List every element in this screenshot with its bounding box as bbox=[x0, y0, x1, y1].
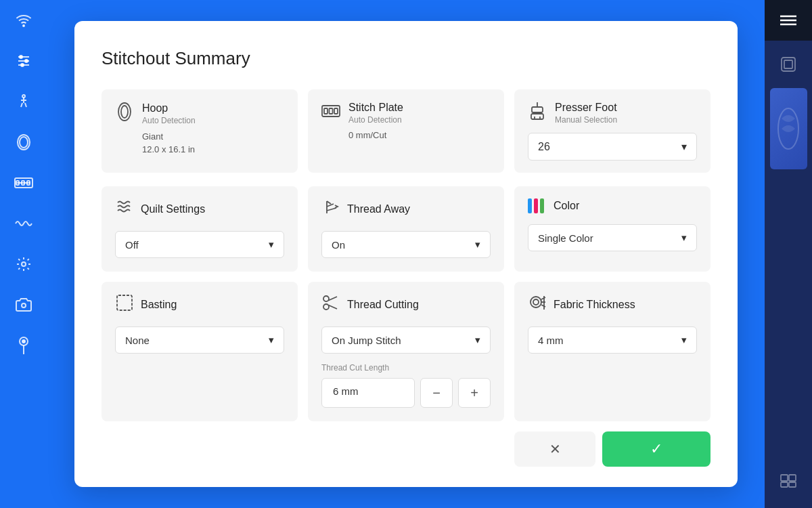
fabric-thickness-header: Fabric Thickness bbox=[528, 294, 697, 316]
svg-line-42 bbox=[541, 297, 545, 299]
svg-point-15 bbox=[22, 262, 26, 266]
top-info-row: Hoop Auto Detection Giant 12.0 x 16.1 in bbox=[102, 89, 710, 173]
color-bar-green bbox=[540, 198, 544, 213]
stitch-plate-card: Stitch Plate Auto Detection 0 mm/Cut bbox=[308, 89, 504, 173]
svg-point-4 bbox=[20, 56, 22, 58]
adjust-icon[interactable] bbox=[10, 47, 37, 75]
basting-header: Basting bbox=[115, 294, 284, 316]
settings-icon[interactable] bbox=[10, 251, 37, 278]
thread-away-dropdown[interactable]: On ▾ bbox=[321, 231, 491, 258]
wave-icon[interactable] bbox=[10, 210, 37, 237]
pin-icon[interactable] bbox=[10, 332, 37, 359]
svg-point-40 bbox=[531, 297, 541, 308]
quilt-settings-title: Quilt Settings bbox=[141, 203, 205, 215]
fabric-thickness-icon bbox=[528, 294, 547, 316]
svg-rect-35 bbox=[117, 295, 132, 310]
quilt-settings-card: Quilt Settings Off ▾ bbox=[102, 186, 298, 272]
svg-rect-54 bbox=[781, 482, 788, 487]
quilt-settings-dropdown[interactable]: Off ▾ bbox=[115, 231, 284, 258]
fabric-thickness-arrow: ▾ bbox=[681, 334, 687, 346]
left-sidebar bbox=[0, 0, 47, 508]
svg-point-37 bbox=[323, 304, 329, 310]
modal: Stitchout Summary Hoop Auto Detection bbox=[74, 21, 738, 487]
thread-cut-decrease-button[interactable]: − bbox=[420, 378, 453, 408]
right-icon-1[interactable] bbox=[775, 51, 802, 78]
thread-cutting-value: On Jump Stitch bbox=[332, 335, 401, 346]
presser-foot-arrow: ▾ bbox=[681, 140, 687, 153]
svg-point-21 bbox=[121, 106, 128, 118]
right-sidebar bbox=[765, 0, 812, 508]
basting-value: None bbox=[125, 335, 150, 346]
embroidery-preview bbox=[770, 88, 807, 169]
stitch-plate-value: 0 mm/Cut bbox=[321, 130, 491, 140]
hoop-icon bbox=[115, 102, 134, 126]
color-icon bbox=[528, 198, 547, 213]
thread-cutting-dropdown[interactable]: On Jump Stitch ▾ bbox=[321, 326, 491, 354]
color-bar-pink bbox=[534, 198, 538, 213]
thread-away-header: Thread Away bbox=[321, 198, 491, 220]
svg-line-33 bbox=[327, 204, 334, 207]
hoop-header: Hoop Auto Detection bbox=[115, 102, 284, 126]
thread-away-title: Thread Away bbox=[347, 203, 410, 215]
thread-away-arrow: ▾ bbox=[475, 238, 480, 251]
stitch-icon[interactable] bbox=[10, 169, 37, 196]
svg-point-36 bbox=[323, 296, 329, 301]
color-arrow: ▾ bbox=[681, 232, 687, 244]
cancel-button[interactable]: ✕ bbox=[514, 431, 595, 467]
svg-rect-49 bbox=[782, 58, 795, 71]
thread-cutting-card: Thread Cutting On Jump Stitch ▾ Thread C… bbox=[308, 282, 504, 421]
svg-point-16 bbox=[22, 303, 26, 308]
page-title: Stitchout Summary bbox=[102, 48, 710, 69]
hoop-size-label: Giant bbox=[115, 131, 284, 142]
svg-rect-53 bbox=[789, 475, 796, 481]
svg-line-39 bbox=[329, 305, 338, 310]
presser-foot-header: Presser Foot Manual Selection bbox=[528, 102, 697, 125]
color-value: Single Color bbox=[538, 232, 593, 244]
thread-away-card: Thread Away On ▾ bbox=[308, 186, 504, 272]
wifi-icon[interactable] bbox=[10, 7, 37, 34]
camera-icon[interactable] bbox=[10, 291, 37, 318]
svg-point-0 bbox=[23, 25, 24, 26]
thread-away-value: On bbox=[332, 239, 345, 251]
confirm-button[interactable]: ✓ bbox=[602, 431, 710, 467]
thread-away-icon bbox=[321, 198, 340, 220]
svg-rect-23 bbox=[324, 108, 328, 114]
color-dropdown[interactable]: Single Color ▾ bbox=[528, 224, 697, 251]
color-title: Color bbox=[554, 200, 579, 212]
quilt-settings-value: Off bbox=[125, 239, 139, 251]
stitch-plate-detection: Auto Detection bbox=[348, 115, 403, 125]
settings-row-2: Basting None ▾ bbox=[102, 282, 710, 421]
basting-dropdown[interactable]: None ▾ bbox=[115, 326, 284, 354]
svg-point-41 bbox=[533, 299, 539, 305]
svg-rect-27 bbox=[532, 107, 543, 112]
hamburger-menu[interactable] bbox=[765, 0, 812, 41]
right-icon-2[interactable] bbox=[775, 467, 802, 494]
quilt-settings-header: Quilt Settings bbox=[115, 198, 284, 220]
presser-foot-card: Presser Foot Manual Selection 26 ▾ bbox=[514, 89, 710, 173]
svg-point-5 bbox=[25, 60, 28, 62]
settings-row-1: Quilt Settings Off ▾ bbox=[102, 186, 710, 272]
main-content: Stitchout Summary Hoop Auto Detection bbox=[47, 0, 765, 508]
fabric-thickness-dropdown[interactable]: 4 mm ▾ bbox=[528, 326, 697, 354]
svg-line-34 bbox=[327, 208, 336, 211]
hoop-sidebar-icon[interactable] bbox=[10, 129, 37, 156]
thread-cutting-title: Thread Cutting bbox=[347, 299, 419, 311]
presser-foot-value: 26 bbox=[538, 141, 550, 153]
svg-point-19 bbox=[22, 340, 25, 343]
hoop-detection: Auto Detection bbox=[142, 116, 196, 125]
figure-icon[interactable] bbox=[10, 88, 37, 115]
thread-cutting-header: Thread Cutting bbox=[321, 294, 491, 316]
basting-arrow: ▾ bbox=[269, 334, 274, 346]
hoop-card: Hoop Auto Detection Giant 12.0 x 16.1 in bbox=[102, 89, 298, 173]
thread-cut-increase-button[interactable]: + bbox=[458, 378, 491, 408]
svg-line-44 bbox=[541, 305, 545, 307]
hoop-title: Hoop bbox=[142, 102, 196, 114]
presser-foot-dropdown[interactable]: 26 ▾ bbox=[528, 133, 697, 161]
svg-point-7 bbox=[22, 95, 25, 98]
svg-point-9 bbox=[20, 137, 28, 148]
basting-title: Basting bbox=[141, 299, 177, 311]
thread-cut-extra: Thread Cut Length 6 mm − + bbox=[321, 363, 491, 408]
presser-foot-icon bbox=[528, 102, 547, 125]
svg-rect-52 bbox=[781, 475, 788, 481]
basting-card: Basting None ▾ bbox=[102, 282, 298, 421]
